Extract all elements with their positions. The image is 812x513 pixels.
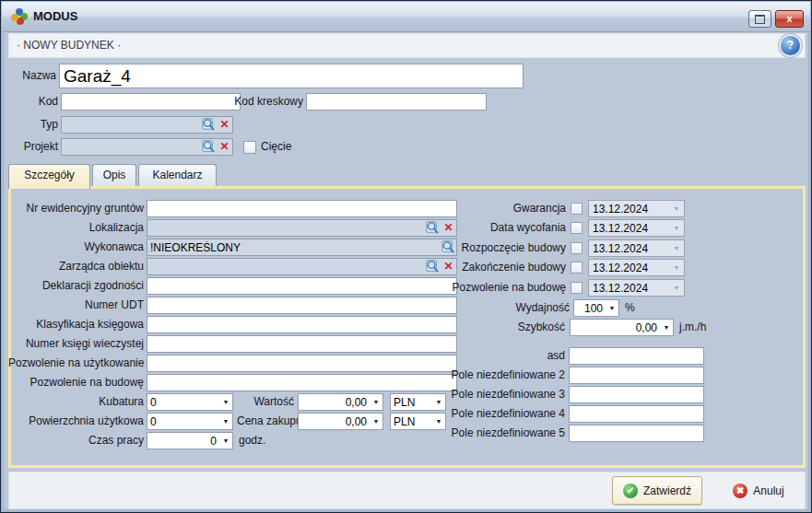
szybkosc-label: Szybkość [397,319,565,336]
data-wycofania-label: Data wycofania [397,219,566,237]
czas-pracy-suffix: godz. [239,432,265,449]
gwarancja-checkbox[interactable] [571,203,583,215]
confirm-button[interactable]: ✔ Zatwierdź [612,476,702,505]
typ-search-icon[interactable] [201,117,217,133]
kod-kreskowy-input[interactable] [306,93,487,111]
clear-x-glyph: ✕ [219,139,229,155]
clear-x-glyph: ✕ [219,117,229,133]
typ-lookup-field[interactable]: ✕ [61,116,233,134]
zakonczenie-date-field[interactable]: 13.12.2024 ▼ [588,259,685,276]
zakonczenie-date-value: 13.12.2024 [589,262,669,274]
asd-input[interactable] [569,347,704,365]
data-wycofania-checkbox[interactable] [571,222,583,234]
nazwa-input[interactable] [59,64,524,88]
czas-pracy-combo[interactable]: 0 ▼ [147,432,233,449]
wartosc-value: 0,00 [299,396,370,409]
rozpoczecie-date-value: 13.12.2024 [589,242,669,255]
dropdown-arrow-icon: ▼ [219,437,232,444]
nr-ewidencyjny-label: Nr ewidencyjny gruntów [8,200,144,217]
ksiega-wieczysta-label: Numer księgi wieczystej [8,335,144,353]
ciecie-checkbox[interactable] [243,141,256,154]
modus-app-icon [11,8,28,25]
wydajnosc-label: Wydajność [397,299,570,317]
wydajnosc-combo[interactable]: 100 ▼ [573,299,619,317]
data-wycofania-date-field[interactable]: 13.12.2024 ▼ [588,219,685,237]
wydajnosc-suffix: % [625,299,635,317]
cancel-x-icon: ✖ [733,484,747,498]
cena-zakupu-combo[interactable]: 0,00 ▼ [298,413,383,430]
projekt-label: Projekt [1,138,58,156]
cena-zakupu-label: Cena zakupu [237,413,294,430]
zarzadca-label: Zarządca obiektu [8,258,144,275]
restore-icon [755,15,765,24]
gwarancja-date-field[interactable]: 13.12.2024 ▼ [588,200,685,217]
pole-niezdefiniowane-4-label: Pole niezdefiniowane 4 [397,405,565,423]
projekt-search-icon[interactable] [201,139,217,155]
szybkosc-suffix: j.m./h [679,319,706,336]
cena-zakupu-value: 0,00 [299,415,370,428]
tab-opis[interactable]: Opis [92,164,136,186]
dropdown-arrow-icon: ▼ [660,324,673,331]
window-title: MODUS [33,2,77,31]
kod-input[interactable] [61,93,241,111]
wydajnosc-value: 100 [574,302,606,315]
pole-niezdefiniowane-2-input[interactable] [569,367,704,384]
wartosc-combo[interactable]: 0,00 ▼ [298,393,383,411]
pozwolenie-budowa-checkbox[interactable] [571,282,583,294]
rozpoczecie-date-field[interactable]: 13.12.2024 ▼ [588,239,685,257]
pole-niezdefiniowane-4-input[interactable] [569,405,704,423]
kubatura-value: 0 [147,396,219,409]
typ-label: Typ [1,116,58,134]
cancel-button[interactable]: ✖ Anuluj [724,476,794,505]
close-button[interactable]: x [775,10,804,28]
pozwolenie-budowa-date-field[interactable]: 13.12.2024 ▼ [588,279,685,297]
kod-label: Kod [1,93,58,111]
deklaracji-label: Deklaracji zgodności [8,277,144,295]
close-icon: x [786,13,792,24]
dropdown-arrow-icon: ▼ [669,285,684,291]
tab-kalendarz[interactable]: Kalendarz [138,164,217,186]
pole-niezdefiniowane-3-label: Pole niezdefiniowane 3 [397,386,565,403]
restore-button[interactable] [748,10,771,28]
confirm-check-icon: ✔ [623,484,638,498]
powierzchnia-combo[interactable]: 0 ▼ [147,413,233,430]
zakonczenie-label: Zakończenie budowy [397,259,566,276]
kubatura-combo[interactable]: 0 ▼ [147,393,233,411]
dropdown-arrow-icon: ▼ [370,399,382,405]
help-icon[interactable]: ? [781,36,800,55]
szybkosc-value: 0,00 [571,321,660,334]
wartosc-label: Wartość [237,393,294,411]
szybkosc-combo[interactable]: 0,00 ▼ [570,319,674,336]
czas-pracy-label: Czas pracy [8,432,144,449]
powierzchnia-value: 0 [147,415,219,428]
pole-niezdefiniowane-3-input[interactable] [569,386,704,403]
dropdown-arrow-icon: ▼ [669,225,684,231]
rozpoczecie-checkbox[interactable] [571,242,583,254]
dropdown-arrow-icon: ▼ [669,205,684,212]
dropdown-arrow-icon: ▼ [370,418,382,425]
cancel-button-label: Anuluj [753,484,783,497]
czas-pracy-value: 0 [147,435,219,448]
confirm-button-label: Zatwierdź [643,484,691,497]
kod-kreskowy-label: Kod kreskowy [231,93,303,111]
dropdown-arrow-icon: ▼ [669,245,684,251]
pozwolenie-budowa-date-label: Pozwolenie na budowę [397,279,566,297]
title-bar: MODUS x [2,2,810,32]
asd-label: asd [397,347,565,365]
gwarancja-label: Gwarancja [397,200,566,217]
projekt-lookup-field[interactable]: ✕ [61,138,233,156]
projekt-clear-icon[interactable]: ✕ [217,139,232,155]
rozpoczecie-label: Rozpoczęcie budowy [397,239,566,257]
wykonawca-label: Wykonawca [8,239,144,256]
modus-dialog-window: MODUS x · NOWY BUDYNEK · ? Nazwa Kod Kod… [0,0,812,513]
pozwolenie-budowa-date-value: 13.12.2024 [589,282,669,295]
dropdown-arrow-icon: ▼ [219,399,232,405]
zakonczenie-checkbox[interactable] [571,262,583,274]
typ-clear-icon[interactable]: ✕ [217,117,232,133]
pole-niezdefiniowane-5-input[interactable] [569,425,704,442]
data-wycofania-date-value: 13.12.2024 [589,222,669,235]
tab-szczegoly[interactable]: Szczegóły [8,164,90,189]
dropdown-arrow-icon: ▼ [669,264,684,271]
dropdown-arrow-icon: ▼ [219,418,232,425]
numer-udt-label: Numer UDT [8,297,144,314]
